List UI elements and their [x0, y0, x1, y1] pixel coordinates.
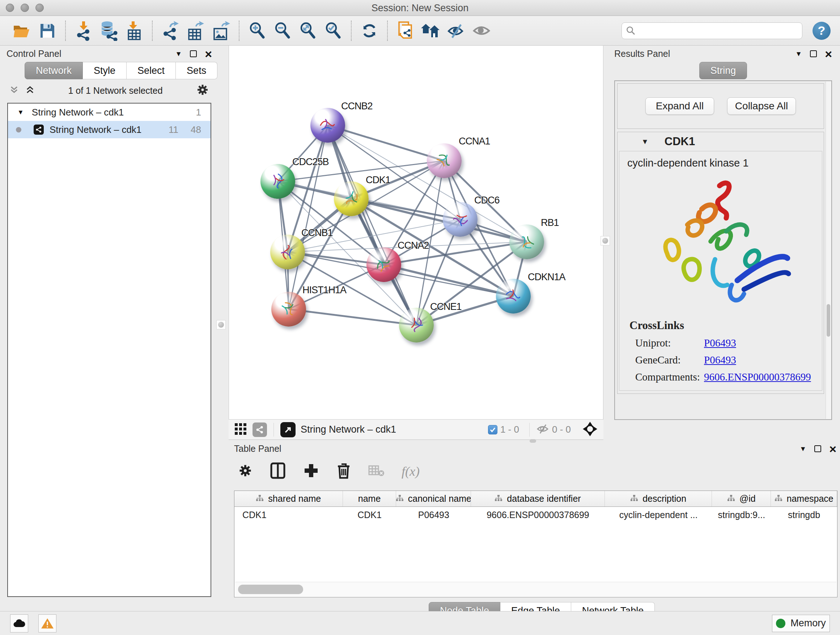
- panel-menu-icon[interactable]: ▼: [175, 50, 182, 58]
- apply-layout-icon[interactable]: [359, 21, 379, 41]
- tab-sets[interactable]: Sets: [176, 62, 218, 79]
- graph-node-rb1[interactable]: [509, 225, 544, 259]
- graph-edge[interactable]: [351, 199, 527, 242]
- graph-node-ccnb2[interactable]: [310, 108, 345, 143]
- column-header-@id[interactable]: @id: [712, 491, 771, 507]
- application-window: Session: New Session: [0, 0, 840, 635]
- collapse-all-button[interactable]: Collapse All: [727, 97, 796, 115]
- warnings-button[interactable]: [38, 614, 57, 632]
- home-icon[interactable]: [421, 21, 441, 41]
- graph-node-hist1h1a[interactable]: [271, 292, 306, 326]
- table-row[interactable]: CDK1CDK1P064939606.ENSP00000378699cyclin…: [234, 507, 837, 523]
- panel-float-icon[interactable]: [190, 50, 197, 57]
- column-header-shared-name[interactable]: shared name: [234, 491, 343, 507]
- graph-node-label: CCNB1: [302, 227, 333, 239]
- zoom-in-icon[interactable]: [247, 21, 267, 41]
- delete-column-icon[interactable]: [336, 462, 351, 481]
- create-column-icon[interactable]: [303, 463, 319, 480]
- selected-indicator-checkbox[interactable]: [488, 425, 497, 434]
- graph-edge[interactable]: [289, 125, 328, 309]
- right-splitter-handle[interactable]: [600, 236, 610, 245]
- zoom-fit-icon[interactable]: [298, 21, 318, 41]
- save-session-icon[interactable]: [37, 21, 57, 41]
- results-scrollbar[interactable]: [826, 81, 831, 419]
- panel-float-icon[interactable]: [810, 50, 817, 57]
- memory-button[interactable]: Memory: [772, 615, 830, 632]
- panel-close-icon[interactable]: ×: [829, 445, 836, 453]
- panel-close-icon[interactable]: ×: [205, 50, 212, 57]
- open-in-window-icon[interactable]: [280, 422, 295, 437]
- crosslink-link[interactable]: 9606.ENSP00000378699: [704, 388, 811, 391]
- crosslink-link[interactable]: 9606.ENSP00000378699: [704, 371, 811, 383]
- network-collection-row[interactable]: ▼ String Network – cdk1 1: [8, 103, 210, 121]
- help-button[interactable]: ?: [813, 22, 831, 40]
- import-table-icon[interactable]: [124, 21, 144, 41]
- export-network-icon[interactable]: [160, 21, 180, 41]
- zoom-out-icon[interactable]: [272, 21, 293, 41]
- graph-node-cdc25b[interactable]: [261, 164, 295, 199]
- network-overview-icon[interactable]: [253, 423, 267, 437]
- column-header-canonical-name[interactable]: canonical name: [396, 491, 471, 507]
- expand-all-networks-icon[interactable]: [25, 85, 35, 96]
- expand-all-button[interactable]: Expand All: [645, 97, 714, 115]
- import-network-database-icon[interactable]: [99, 21, 119, 41]
- network-options-gear-icon[interactable]: [196, 83, 209, 98]
- import-network-icon[interactable]: [73, 21, 94, 41]
- graph-edge[interactable]: [289, 309, 416, 325]
- panel-close-icon[interactable]: ×: [825, 50, 832, 57]
- toolbar-separator: [387, 21, 388, 41]
- graph-node-cdk1[interactable]: [334, 181, 369, 216]
- tab-network[interactable]: Network: [25, 62, 83, 79]
- network-status-dot: [16, 127, 21, 133]
- panel-float-icon[interactable]: [814, 445, 821, 452]
- graph-node-ccne1[interactable]: [399, 308, 434, 342]
- toolbar-search[interactable]: [622, 22, 802, 39]
- horizontal-splitter-handle[interactable]: [530, 439, 536, 443]
- graph-node-cdc6[interactable]: [443, 202, 477, 237]
- tab-style[interactable]: Style: [83, 62, 126, 79]
- crosslink-link[interactable]: P06493: [704, 337, 736, 349]
- collapse-all-networks-icon[interactable]: [9, 85, 19, 96]
- export-image-icon[interactable]: [211, 21, 231, 41]
- birdseye-grid-icon[interactable]: [234, 423, 247, 437]
- table-header-row: shared namenamecanonical namedatabase id…: [234, 491, 837, 507]
- tree-expander-icon[interactable]: ▼: [17, 109, 24, 116]
- edge-count: 48: [191, 124, 201, 135]
- left-splitter-handle[interactable]: [216, 320, 226, 329]
- panel-menu-icon[interactable]: ▼: [795, 50, 802, 58]
- graph-node-ccnb1[interactable]: [270, 234, 305, 269]
- first-neighbors-icon[interactable]: [395, 21, 416, 41]
- hide-selected-icon[interactable]: [446, 21, 466, 41]
- panel-menu-icon[interactable]: ▼: [799, 445, 806, 453]
- search-input[interactable]: [639, 25, 798, 36]
- cloud-status-button[interactable]: [10, 614, 28, 632]
- zoom-selected-icon[interactable]: [323, 21, 343, 41]
- tab-string[interactable]: String: [699, 62, 747, 79]
- graph-node-ccna1[interactable]: [427, 143, 462, 178]
- table-horizontal-scrollbar[interactable]: [235, 582, 836, 596]
- show-columns-icon[interactable]: [270, 462, 286, 481]
- network-collection-label: String Network – cdk1: [32, 107, 124, 118]
- export-table-icon[interactable]: [186, 21, 206, 41]
- toolbar-separator: [273, 423, 274, 437]
- tab-select[interactable]: Select: [126, 62, 176, 79]
- table-options-gear-icon[interactable]: [238, 463, 253, 479]
- graph-node-label: HIST1H1A: [302, 285, 346, 296]
- network-row[interactable]: String Network – cdk1 11 48: [8, 121, 210, 138]
- scrollbar-thumb[interactable]: [238, 585, 303, 594]
- graph-node-cdkn1a[interactable]: [496, 279, 531, 314]
- show-all-icon[interactable]: [471, 21, 492, 41]
- fit-content-crosshair-icon[interactable]: [583, 421, 598, 438]
- entry-expander-icon[interactable]: ▼: [641, 138, 649, 146]
- column-header-namespace[interactable]: namespace: [771, 491, 837, 507]
- protein-structure: [403, 311, 431, 339]
- column-header-database-identifier[interactable]: database identifier: [471, 491, 605, 507]
- network-canvas[interactable]: CCNB2 CCNA1 CDC25B CDK1 CDC6 RB1 CCNB1 C…: [229, 46, 603, 419]
- column-header-name[interactable]: name: [343, 491, 396, 507]
- network-label: String Network – cdk1: [50, 124, 141, 135]
- column-header-description[interactable]: description: [605, 491, 712, 507]
- graph-node-ccna2[interactable]: [366, 247, 401, 282]
- open-session-icon[interactable]: [12, 21, 32, 41]
- crosslink-link[interactable]: P06493: [704, 354, 736, 366]
- graph-edge[interactable]: [328, 125, 444, 161]
